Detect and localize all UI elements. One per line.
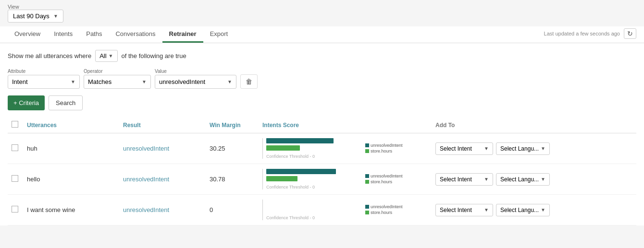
criteria-row: Attribute Intent ▼ Operator Matches ▼ Va… <box>8 69 636 89</box>
view-dropdown-arrow-icon: ▼ <box>53 13 58 19</box>
threshold-text: Confidence Threshold - 0 <box>266 215 359 220</box>
attribute-arrow-icon: ▼ <box>71 79 75 84</box>
operator-arrow-icon: ▼ <box>142 79 147 84</box>
add-to-cell: Select Intent▼Select Langu...▼ <box>432 164 636 195</box>
attribute-field: Attribute Intent ▼ <box>8 69 80 89</box>
result-cell: unresolvedIntent <box>119 195 206 225</box>
refresh-button[interactable]: ↻ <box>624 28 636 39</box>
utterance-cell: hello <box>23 164 119 195</box>
filter-prefix: Show me all utterances where <box>8 52 91 59</box>
threshold-text: Confidence Threshold - 0 <box>266 185 359 189</box>
result-cell: unresolvedIntent <box>119 164 206 195</box>
select-language-dropdown[interactable]: Select Langu...▼ <box>496 173 550 186</box>
attribute-dropdown[interactable]: Intent ▼ <box>8 75 80 89</box>
select-intent-dropdown[interactable]: Select Intent▼ <box>435 173 493 186</box>
col-check <box>8 117 23 133</box>
table-row: huhunresolvedIntent30.25Confidence Thres… <box>8 133 636 164</box>
tab-intents[interactable]: Intents <box>47 26 79 43</box>
win-margin-cell: 30.25 <box>206 133 259 164</box>
value-value: unresolvedIntent <box>159 78 205 85</box>
tab-overview[interactable]: Overview <box>8 26 47 43</box>
score-bar-secondary <box>266 145 300 151</box>
operator-field: Operator Matches ▼ <box>84 69 151 89</box>
all-dropdown[interactable]: All ▼ <box>95 50 117 62</box>
add-to-cell: Select Intent▼Select Langu...▼ <box>432 195 636 225</box>
legend-item-primary: unresolvedIntent <box>365 143 403 148</box>
col-result: Result <box>119 117 206 133</box>
select-intent-dropdown[interactable]: Select Intent▼ <box>435 204 493 216</box>
select-intent-dropdown[interactable]: Select Intent▼ <box>435 142 493 155</box>
delete-criteria-button[interactable]: 🗑 <box>240 74 258 89</box>
intents-score-cell: Confidence Threshold - 0unresolvedIntent… <box>259 133 432 164</box>
win-margin-cell: 30.78 <box>206 164 259 195</box>
value-dropdown[interactable]: unresolvedIntent ▼ <box>155 75 236 89</box>
view-dropdown-value: Last 90 Days <box>13 12 50 20</box>
score-bar-primary <box>266 138 334 143</box>
view-dropdown[interactable]: Last 90 Days ▼ <box>8 10 63 23</box>
operator-dropdown[interactable]: Matches ▼ <box>84 75 151 89</box>
button-row: + Criteria Search <box>8 95 636 110</box>
legend-item-primary: unresolvedIntent <box>365 204 403 209</box>
intents-score-cell: Confidence Threshold - 0unresolvedIntent… <box>259 164 432 195</box>
operator-value: Matches <box>88 78 111 85</box>
win-margin-cell: 0 <box>206 195 259 225</box>
select-intent-arrow-icon: ▼ <box>484 207 489 213</box>
select-language-arrow-icon: ▼ <box>541 207 545 213</box>
table-row: I want some wineunresolvedIntent0Confide… <box>8 195 636 225</box>
attribute-label: Attribute <box>8 69 80 74</box>
select-language-arrow-icon: ▼ <box>541 177 545 182</box>
legend-item-secondary: store.hours <box>365 179 403 184</box>
select-language-dropdown[interactable]: Select Langu...▼ <box>496 142 550 155</box>
select-language-dropdown[interactable]: Select Langu...▼ <box>496 204 550 216</box>
attribute-value: Intent <box>12 78 28 85</box>
score-bar-secondary <box>266 176 297 181</box>
threshold-text: Confidence Threshold - 0 <box>266 154 359 159</box>
tab-retrainer[interactable]: Retrainer <box>162 26 203 43</box>
tab-export[interactable]: Export <box>203 26 235 43</box>
all-dropdown-arrow-icon: ▼ <box>109 53 113 59</box>
value-label: Value <box>155 69 236 74</box>
tab-conversations[interactable]: Conversations <box>109 26 162 43</box>
legend-item-secondary: store.hours <box>365 149 403 154</box>
nav-tabs: Overview Intents Paths Conversations Ret… <box>8 26 235 43</box>
col-add-to: Add To <box>432 117 636 133</box>
legend-item-primary: unresolvedIntent <box>365 174 403 178</box>
results-table-container: Utterances Result Win Margin Intents Sco… <box>8 117 636 225</box>
intents-score-cell: Confidence Threshold - 0unresolvedIntent… <box>259 195 432 225</box>
filter-suffix: of the following are true <box>122 52 186 59</box>
search-button[interactable]: Search <box>49 95 83 110</box>
select-intent-arrow-icon: ▼ <box>484 146 489 151</box>
view-label: View <box>8 4 636 10</box>
nav-row: Overview Intents Paths Conversations Ret… <box>0 26 644 43</box>
legend-item-secondary: store.hours <box>365 210 403 215</box>
table-row: hellounresolvedIntent30.78Confidence Thr… <box>8 164 636 195</box>
result-cell: unresolvedIntent <box>119 133 206 164</box>
col-intents-score: Intents Score <box>259 117 432 133</box>
add-to-cell: Select Intent▼Select Langu...▼ <box>432 133 636 164</box>
col-utterances: Utterances <box>23 117 119 133</box>
value-arrow-icon: ▼ <box>227 79 232 84</box>
operator-label: Operator <box>84 69 151 74</box>
select-intent-arrow-icon: ▼ <box>484 177 489 182</box>
row-checkbox[interactable] <box>12 175 18 182</box>
filter-row: Show me all utterances where All ▼ of th… <box>8 50 636 62</box>
utterance-cell: huh <box>23 133 119 164</box>
utterance-cell: I want some wine <box>23 195 119 225</box>
row-checkbox[interactable] <box>12 206 18 213</box>
row-checkbox[interactable] <box>12 144 18 151</box>
all-dropdown-value: All <box>99 52 106 59</box>
col-win-margin: Win Margin <box>206 117 259 133</box>
tab-paths[interactable]: Paths <box>79 26 109 43</box>
last-updated-text: Last updated a few seconds ago <box>544 31 620 36</box>
value-field: Value unresolvedIntent ▼ <box>155 69 236 89</box>
header-checkbox[interactable] <box>12 121 18 128</box>
add-criteria-button[interactable]: + Criteria <box>8 95 45 110</box>
status-bar: Last updated a few seconds ago ↻ <box>544 28 636 43</box>
score-bar-primary <box>266 169 336 174</box>
select-language-arrow-icon: ▼ <box>541 146 545 151</box>
